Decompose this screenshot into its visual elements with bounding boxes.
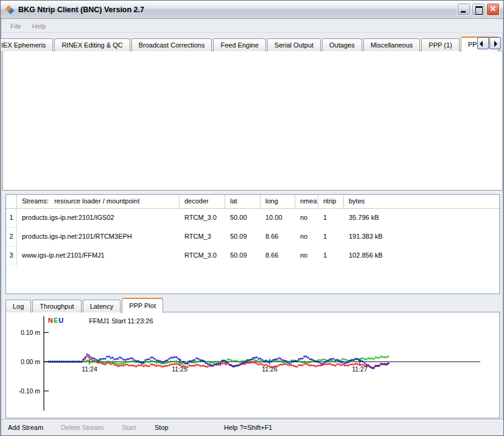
arrow-left-icon: [480, 41, 483, 47]
cell-lat: 50.00: [225, 209, 261, 228]
column-header-long: long: [261, 195, 295, 208]
cell-mountpoint: products.igs-ip.net:2101/RTCM3EPH: [17, 228, 180, 247]
stop-button[interactable]: Stop: [155, 424, 169, 431]
cell-decoder: RTCM_3.0: [180, 209, 225, 228]
svg-text:-0.10 m: -0.10 m: [18, 387, 40, 395]
svg-text:11:25: 11:25: [172, 365, 187, 373]
cell-no: 1: [6, 209, 17, 228]
cell-bytes: 35.796 kB: [344, 209, 499, 228]
tab-rinex-editing-qc[interactable]: RINEX Editing & QC: [54, 38, 130, 51]
cell-mountpoint: products.igs-ip.net:2101/IGS02: [17, 209, 180, 228]
tab-scroll-right-button[interactable]: [489, 37, 501, 49]
svg-text:11:24: 11:24: [82, 365, 97, 373]
tab-iex-ephemeris[interactable]: IEX Ephemeris: [0, 38, 53, 51]
minimize-button[interactable]: [457, 3, 471, 16]
status-bar: Help ?=Shift+F1 Add StreamDelete StreamS…: [2, 420, 503, 435]
svg-text:0.10 m: 0.10 m: [21, 329, 40, 336]
tab-scroll-left-button[interactable]: [477, 37, 489, 49]
cell-long: 8.66: [261, 247, 295, 265]
column-header-lat: lat: [225, 195, 261, 208]
bottom-tab-bar: LogThroughputLatencyPPP Plot: [5, 298, 164, 312]
cell-nmea: no: [295, 228, 318, 247]
start-button: Start: [122, 424, 136, 431]
add-stream-button[interactable]: Add Stream: [8, 424, 43, 431]
titlebar[interactable]: BKG Ntrip Client (BNC) Version 2.7: [1, 1, 503, 19]
tab-serial-output[interactable]: Serial Output: [267, 38, 321, 51]
tab-feed-engine[interactable]: Feed Engine: [213, 38, 265, 51]
cell-ntrip: 1: [318, 228, 344, 247]
close-button[interactable]: [486, 3, 500, 16]
arrow-right-icon: [494, 41, 497, 47]
cell-decoder: RTCM_3: [180, 228, 225, 247]
cell-decoder: RTCM_3.0: [180, 247, 225, 265]
cell-bytes: 102.856 kB: [344, 247, 499, 265]
cell-long: 8.66: [261, 228, 295, 247]
streams-table-body: 1products.igs-ip.net:2101/IGS02RTCM_3.05…: [6, 209, 499, 265]
tab-latency[interactable]: Latency: [83, 300, 121, 312]
column-header-streams-resource-loader-mountpoint: Streams: resource loader / mountpoint: [17, 195, 180, 208]
app-icon: [4, 4, 15, 15]
cell-nmea: no: [295, 247, 318, 265]
help-hint-label: Help ?=Shift+F1: [224, 424, 273, 431]
stream-row-2[interactable]: 2products.igs-ip.net:2101/RTCM3EPHRTCM_3…: [6, 228, 499, 247]
stream-row-3[interactable]: 3www.igs-ip.net:2101/FFMJ1RTCM_3.050.098…: [6, 247, 499, 265]
column-header-rowno: [6, 195, 17, 208]
ppp-plot-canvas: 0.10 m0.00 m-0.10 m11:2411:2511:2611:27: [6, 312, 499, 418]
tab-broadcast-corrections[interactable]: Broadcast Corrections: [131, 38, 212, 51]
menu-file[interactable]: File: [6, 21, 26, 31]
ppp2-panel: [2, 51, 503, 191]
menu-help[interactable]: Help: [28, 21, 51, 31]
cell-mountpoint: www.igs-ip.net:2101/FFMJ1: [17, 247, 180, 265]
cell-nmea: no: [295, 209, 318, 228]
cell-no: 3: [6, 247, 17, 265]
top-tab-bar: IEX EphemerisRINEX Editing & QCBroadcast…: [2, 36, 500, 51]
streams-table-header: Streams: resource loader / mountpointdec…: [6, 195, 499, 209]
menu-bar: File Help: [2, 19, 503, 33]
tab-ppp-1[interactable]: PPP (1): [421, 38, 459, 51]
column-header-bytes: bytes: [344, 195, 499, 208]
cell-no: 2: [6, 228, 17, 247]
cell-ntrip: 1: [318, 209, 344, 228]
cell-ntrip: 1: [318, 247, 344, 265]
window-controls: [457, 3, 500, 16]
tab-miscellaneous[interactable]: Miscellaneous: [363, 38, 421, 51]
column-header-nmea: nmea: [295, 195, 318, 208]
cell-lat: 50.09: [225, 247, 261, 265]
tab-ppp-plot[interactable]: PPP Plot: [122, 298, 163, 313]
cell-long: 10.00: [261, 209, 295, 228]
column-header-decoder: decoder: [180, 195, 225, 208]
cell-lat: 50.09: [225, 228, 261, 247]
window-title: BKG Ntrip Client (BNC) Version 2.7: [18, 5, 457, 14]
svg-text:0.00 m: 0.00 m: [21, 358, 40, 365]
tab-throughput[interactable]: Throughput: [32, 300, 81, 312]
column-header-ntrip: ntrip: [318, 195, 344, 208]
tab-log[interactable]: Log: [5, 300, 31, 312]
maximize-button[interactable]: [472, 3, 485, 16]
stream-row-1[interactable]: 1products.igs-ip.net:2101/IGS02RTCM_3.05…: [6, 209, 499, 228]
svg-text:11:27: 11:27: [352, 365, 368, 373]
bnc-window: BKG Ntrip Client (BNC) Version 2.7 File …: [0, 0, 504, 436]
streams-table: Streams: resource loader / mountpointdec…: [5, 194, 500, 294]
tab-scroll-controls: [477, 37, 501, 49]
delete-stream-button: Delete Stream: [61, 424, 103, 431]
cell-bytes: 191.383 kB: [344, 228, 499, 247]
tab-outages[interactable]: Outages: [322, 38, 362, 51]
ppp-plot-panel: NEU FFMJ1 Start 11:23:26 0.10 m0.00 m-0.…: [5, 312, 500, 418]
